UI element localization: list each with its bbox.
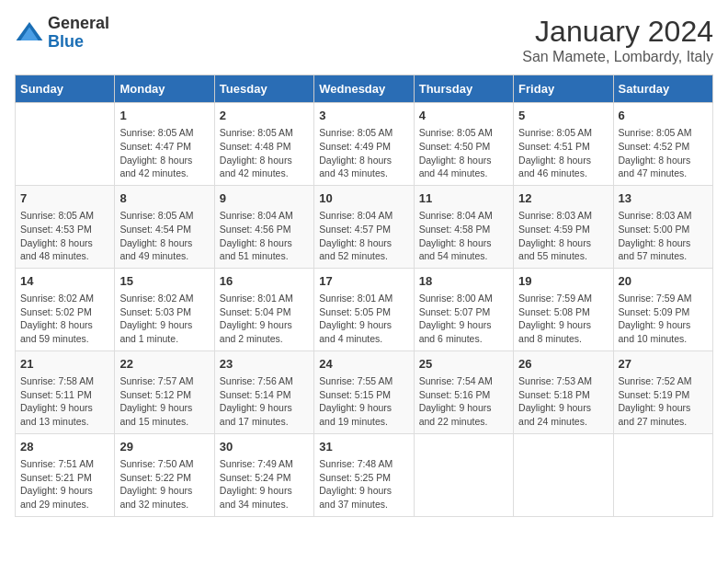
day-cell: 2Sunrise: 8:05 AMSunset: 4:48 PMDaylight… — [214, 103, 313, 186]
day-cell: 31Sunrise: 7:48 AMSunset: 5:25 PMDayligh… — [314, 433, 414, 516]
day-info: Sunrise: 7:53 AMSunset: 5:18 PMDaylight:… — [518, 374, 608, 429]
day-number: 19 — [518, 273, 608, 290]
day-number: 10 — [319, 190, 408, 207]
day-cell: 4Sunrise: 8:05 AMSunset: 4:50 PMDaylight… — [414, 103, 513, 186]
week-row-5: 28Sunrise: 7:51 AMSunset: 5:21 PMDayligh… — [16, 433, 713, 516]
col-header-friday: Friday — [514, 75, 613, 103]
day-number: 17 — [319, 273, 408, 290]
day-cell: 13Sunrise: 8:03 AMSunset: 5:00 PMDayligh… — [613, 185, 712, 268]
day-number: 6 — [619, 108, 708, 124]
day-info: Sunrise: 7:59 AMSunset: 5:08 PMDaylight:… — [518, 292, 608, 346]
day-cell: 15Sunrise: 8:02 AMSunset: 5:03 PMDayligh… — [115, 268, 214, 350]
header-row: SundayMondayTuesdayWednesdayThursdayFrid… — [16, 75, 713, 103]
day-info: Sunrise: 8:01 AMSunset: 5:05 PMDaylight:… — [319, 292, 408, 346]
day-info: Sunrise: 7:52 AMSunset: 5:19 PMDaylight:… — [619, 374, 708, 429]
day-cell: 24Sunrise: 7:55 AMSunset: 5:15 PMDayligh… — [314, 350, 414, 433]
day-info: Sunrise: 8:04 AMSunset: 4:56 PMDaylight:… — [220, 209, 309, 263]
day-cell: 27Sunrise: 7:52 AMSunset: 5:19 PMDayligh… — [613, 350, 712, 433]
day-number: 23 — [220, 356, 309, 373]
day-info: Sunrise: 8:04 AMSunset: 4:58 PMDaylight:… — [419, 209, 508, 263]
day-number: 9 — [220, 190, 309, 207]
day-cell: 11Sunrise: 8:04 AMSunset: 4:58 PMDayligh… — [414, 185, 513, 268]
day-number: 22 — [119, 356, 209, 373]
day-info: Sunrise: 8:05 AMSunset: 4:50 PMDaylight:… — [419, 126, 508, 180]
day-cell: 20Sunrise: 7:59 AMSunset: 5:09 PMDayligh… — [613, 268, 712, 350]
day-info: Sunrise: 7:59 AMSunset: 5:09 PMDaylight:… — [619, 292, 708, 346]
day-cell — [514, 433, 613, 516]
day-cell: 23Sunrise: 7:56 AMSunset: 5:14 PMDayligh… — [214, 350, 313, 433]
day-number: 13 — [619, 190, 708, 207]
day-number: 24 — [319, 356, 408, 373]
day-cell: 3Sunrise: 8:05 AMSunset: 4:49 PMDaylight… — [314, 103, 414, 186]
location-title: San Mamete, Lombardy, Italy — [522, 49, 713, 65]
day-number: 16 — [220, 273, 309, 290]
day-cell: 5Sunrise: 8:05 AMSunset: 4:51 PMDaylight… — [514, 103, 613, 186]
day-info: Sunrise: 8:03 AMSunset: 4:59 PMDaylight:… — [518, 209, 608, 263]
week-row-1: 1Sunrise: 8:05 AMSunset: 4:47 PMDaylight… — [16, 103, 713, 186]
day-number: 30 — [220, 439, 309, 455]
day-info: Sunrise: 8:05 AMSunset: 4:51 PMDaylight:… — [518, 126, 608, 180]
day-info: Sunrise: 8:05 AMSunset: 4:47 PMDaylight:… — [119, 126, 209, 180]
day-info: Sunrise: 8:05 AMSunset: 4:53 PMDaylight:… — [20, 209, 109, 263]
logo-blue-text: Blue — [48, 33, 109, 52]
day-cell: 25Sunrise: 7:54 AMSunset: 5:16 PMDayligh… — [414, 350, 513, 433]
day-cell — [414, 433, 513, 516]
col-header-tuesday: Tuesday — [214, 75, 313, 103]
day-cell: 7Sunrise: 8:05 AMSunset: 4:53 PMDaylight… — [16, 185, 115, 268]
day-number: 5 — [518, 108, 608, 124]
logo-icon — [15, 18, 44, 48]
day-number: 12 — [518, 190, 608, 207]
day-cell: 17Sunrise: 8:01 AMSunset: 5:05 PMDayligh… — [314, 268, 414, 350]
day-cell — [16, 103, 115, 186]
day-number: 15 — [119, 273, 209, 290]
day-cell — [613, 433, 712, 516]
day-info: Sunrise: 7:55 AMSunset: 5:15 PMDaylight:… — [319, 374, 408, 429]
day-number: 7 — [20, 190, 109, 207]
day-info: Sunrise: 8:03 AMSunset: 5:00 PMDaylight:… — [619, 209, 708, 263]
day-info: Sunrise: 7:57 AMSunset: 5:12 PMDaylight:… — [119, 374, 209, 429]
day-info: Sunrise: 7:49 AMSunset: 5:24 PMDaylight:… — [220, 457, 309, 511]
day-cell: 19Sunrise: 7:59 AMSunset: 5:08 PMDayligh… — [514, 268, 613, 350]
day-cell: 1Sunrise: 8:05 AMSunset: 4:47 PMDaylight… — [115, 103, 214, 186]
day-cell: 18Sunrise: 8:00 AMSunset: 5:07 PMDayligh… — [414, 268, 513, 350]
logo-general-text: General — [48, 15, 109, 33]
day-info: Sunrise: 8:04 AMSunset: 4:57 PMDaylight:… — [319, 209, 408, 263]
day-info: Sunrise: 8:05 AMSunset: 4:49 PMDaylight:… — [319, 126, 408, 180]
day-cell: 30Sunrise: 7:49 AMSunset: 5:24 PMDayligh… — [214, 433, 313, 516]
col-header-monday: Monday — [115, 75, 214, 103]
title-area: January 2024 San Mamete, Lombardy, Italy — [522, 15, 713, 65]
day-number: 31 — [319, 439, 408, 455]
day-info: Sunrise: 8:01 AMSunset: 5:04 PMDaylight:… — [220, 292, 309, 346]
day-number: 25 — [419, 356, 508, 373]
week-row-4: 21Sunrise: 7:58 AMSunset: 5:11 PMDayligh… — [16, 350, 713, 433]
logo: General Blue — [15, 15, 109, 52]
day-number: 18 — [419, 273, 508, 290]
day-info: Sunrise: 7:58 AMSunset: 5:11 PMDaylight:… — [20, 374, 109, 429]
col-header-saturday: Saturday — [613, 75, 712, 103]
day-number: 11 — [419, 190, 508, 207]
day-cell: 21Sunrise: 7:58 AMSunset: 5:11 PMDayligh… — [16, 350, 115, 433]
day-cell: 12Sunrise: 8:03 AMSunset: 4:59 PMDayligh… — [514, 185, 613, 268]
day-number: 27 — [619, 356, 708, 373]
col-header-sunday: Sunday — [16, 75, 115, 103]
day-cell: 10Sunrise: 8:04 AMSunset: 4:57 PMDayligh… — [314, 185, 414, 268]
calendar-table: SundayMondayTuesdayWednesdayThursdayFrid… — [15, 75, 713, 517]
day-number: 29 — [119, 439, 209, 455]
header: General Blue January 2024 San Mamete, Lo… — [15, 15, 713, 65]
day-cell: 6Sunrise: 8:05 AMSunset: 4:52 PMDaylight… — [613, 103, 712, 186]
day-cell: 26Sunrise: 7:53 AMSunset: 5:18 PMDayligh… — [514, 350, 613, 433]
col-header-thursday: Thursday — [414, 75, 513, 103]
day-info: Sunrise: 7:50 AMSunset: 5:22 PMDaylight:… — [119, 457, 209, 511]
day-cell: 8Sunrise: 8:05 AMSunset: 4:54 PMDaylight… — [115, 185, 214, 268]
day-info: Sunrise: 8:02 AMSunset: 5:03 PMDaylight:… — [119, 292, 209, 346]
week-row-2: 7Sunrise: 8:05 AMSunset: 4:53 PMDaylight… — [16, 185, 713, 268]
day-cell: 29Sunrise: 7:50 AMSunset: 5:22 PMDayligh… — [115, 433, 214, 516]
day-number: 1 — [119, 108, 209, 124]
day-info: Sunrise: 7:51 AMSunset: 5:21 PMDaylight:… — [20, 457, 109, 511]
day-info: Sunrise: 8:05 AMSunset: 4:52 PMDaylight:… — [619, 126, 708, 180]
day-number: 3 — [319, 108, 408, 124]
day-cell: 9Sunrise: 8:04 AMSunset: 4:56 PMDaylight… — [214, 185, 313, 268]
day-number: 20 — [619, 273, 708, 290]
week-row-3: 14Sunrise: 8:02 AMSunset: 5:02 PMDayligh… — [16, 268, 713, 350]
day-number: 2 — [220, 108, 309, 124]
